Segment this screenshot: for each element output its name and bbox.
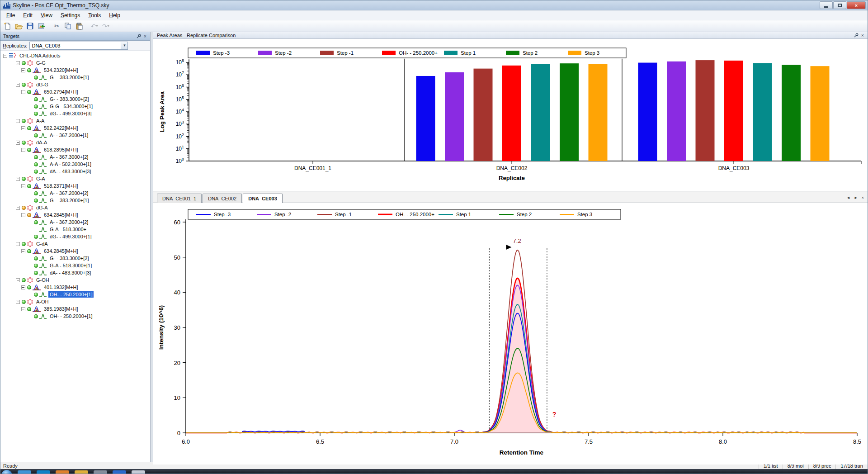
tree-node-transition[interactable]: dG- - 499.3000+[1] xyxy=(0,233,150,240)
tree-node-precursor[interactable]: 634.2845[M+H] xyxy=(0,247,150,255)
expander-icon[interactable] xyxy=(16,177,20,181)
expander-icon[interactable] xyxy=(21,249,25,253)
maximize-button[interactable] xyxy=(833,1,846,9)
tree-node-label[interactable]: G-dA xyxy=(35,241,49,247)
tree-node-label[interactable]: A- - 367.2000+[1] xyxy=(48,132,90,138)
tree-node-molecule[interactable]: dG-G xyxy=(0,81,150,88)
menu-item-help[interactable]: Help xyxy=(105,11,124,20)
tree-node-molecule[interactable]: dG-A xyxy=(0,204,150,211)
peak-areas-header[interactable]: Peak Areas - Replicate Comparison × xyxy=(153,32,868,39)
expander-icon[interactable] xyxy=(21,307,25,311)
menu-item-view[interactable]: View xyxy=(37,11,57,20)
tree-node-label[interactable]: G-A xyxy=(35,175,47,182)
tree-node-label[interactable]: 634.2845[M+H] xyxy=(42,212,80,218)
cut-button[interactable]: ✂ xyxy=(52,21,62,31)
tree-node-label[interactable]: A-A - 502.3000+[1] xyxy=(48,161,93,167)
tree-node-molecule[interactable]: G-G xyxy=(0,59,150,66)
tree-node-transition[interactable]: A- - 367.3000+[2] xyxy=(0,153,150,161)
tree-node-transition[interactable]: dG- - 499.3000+[3] xyxy=(0,110,150,117)
expander-icon[interactable] xyxy=(21,126,25,130)
tree-node-transition[interactable]: OH- - 250.2000+[1] xyxy=(0,313,150,320)
pin-icon[interactable] xyxy=(853,33,859,38)
undo-button[interactable]: ↶▼ xyxy=(90,21,100,31)
tree-node-transition[interactable]: dA- - 483.3000+[3] xyxy=(0,269,150,276)
tree-node-molecule[interactable]: A-OH xyxy=(0,298,150,305)
tree-node-molecule[interactable]: G-OH xyxy=(0,276,150,284)
open-file-button[interactable] xyxy=(14,21,24,31)
import-results-button[interactable] xyxy=(36,21,47,31)
chevron-down-icon[interactable]: ▼ xyxy=(121,42,127,49)
tree-node-label[interactable]: A- - 367.3000+[2] xyxy=(48,219,90,225)
tree-node-label[interactable]: G- - 383.3000+[2] xyxy=(48,96,90,102)
expander-icon[interactable] xyxy=(16,300,20,304)
tree-node-label[interactable]: G- - 383.2000+[1] xyxy=(48,197,90,204)
menu-item-edit[interactable]: Edit xyxy=(19,11,37,20)
close-button[interactable]: × xyxy=(847,1,866,9)
taskbar-app-icon[interactable] xyxy=(18,470,31,474)
expander-icon[interactable] xyxy=(16,141,20,145)
tab-scroll-left-icon[interactable]: ◄ xyxy=(844,195,852,200)
windows-taskbar[interactable] xyxy=(0,469,868,474)
tree-node-molecule[interactable]: G-dA xyxy=(0,240,150,247)
tree-node-document[interactable]: CHL-DNA Adducts xyxy=(0,52,150,59)
tree-node-label[interactable]: dA- - 483.3000+[3] xyxy=(48,270,92,276)
tree-node-label[interactable]: OH- - 250.2000+[1] xyxy=(48,313,94,319)
tree-node-label[interactable]: G-G xyxy=(35,60,47,66)
copy-button[interactable] xyxy=(63,21,73,31)
tree-node-precursor[interactable]: 518.2371[M+H] xyxy=(0,182,150,190)
tree-node-label[interactable]: 518.2371[M+H] xyxy=(42,183,80,189)
menu-item-settings[interactable]: Settings xyxy=(57,11,84,20)
tree-node-label[interactable]: dA- - 483.3000+[3] xyxy=(48,168,92,175)
expander-icon[interactable] xyxy=(21,213,25,217)
tree-node-transition[interactable]: A- - 367.3000+[2] xyxy=(0,218,150,226)
chromatogram-chart[interactable]: Step -3Step -2Step -1OH- - 250.2000+Step… xyxy=(153,203,868,465)
tree-node-transition[interactable]: OH- - 250.2000+[1] xyxy=(0,291,150,298)
tree-node-label[interactable]: CHL-DNA Adducts xyxy=(18,52,61,59)
tree-node-label[interactable]: dG-G xyxy=(35,81,50,88)
expander-icon[interactable] xyxy=(21,184,25,188)
tree-node-label[interactable]: OH- - 250.2000+[1] xyxy=(48,291,94,298)
expander-icon[interactable] xyxy=(16,61,20,65)
pin-icon[interactable] xyxy=(136,33,142,39)
expander-icon[interactable] xyxy=(21,90,25,94)
expander-icon[interactable] xyxy=(16,206,20,210)
expander-icon[interactable] xyxy=(16,119,20,123)
expander-icon[interactable] xyxy=(3,54,7,58)
taskbar-app-icon[interactable] xyxy=(113,470,126,474)
tree-node-transition[interactable]: G- - 383.2000+[1] xyxy=(0,197,150,204)
tab-dna_ce001_1[interactable]: DNA_CE001_1 xyxy=(157,194,202,203)
tab-dna_ce002[interactable]: DNA_CE002 xyxy=(203,194,242,203)
expander-icon[interactable] xyxy=(16,242,20,246)
tree-node-transition[interactable]: G- - 383.3000+[2] xyxy=(0,95,150,103)
tree-node-label[interactable]: G- - 383.3000+[2] xyxy=(48,255,90,261)
tree-node-label[interactable]: 650.2794[M+H] xyxy=(42,89,80,95)
tree-node-precursor[interactable]: 385.1983[M+H] xyxy=(0,305,150,313)
tree-node-molecule[interactable]: dA-A xyxy=(0,139,150,146)
tree-node-label[interactable]: dG- - 499.3000+[3] xyxy=(48,110,93,117)
tree-node-label[interactable]: 618.2895[M+H] xyxy=(42,147,80,153)
tree-node-label[interactable]: 502.2422[M+H] xyxy=(42,125,80,131)
paste-button[interactable] xyxy=(74,21,85,31)
save-button[interactable] xyxy=(25,21,35,31)
start-button[interactable] xyxy=(1,470,12,474)
tree-node-transition[interactable]: G- - 383.2000+[1] xyxy=(0,74,150,81)
tree-node-transition[interactable]: A- - 367.2000+[2] xyxy=(0,190,150,197)
title-bar[interactable]: Skyline - Pos CE Opt_Thermo_TSQ.sky × xyxy=(0,0,868,10)
expander-icon[interactable] xyxy=(16,278,20,282)
tree-node-label[interactable]: 534.2320[M+H] xyxy=(42,67,80,73)
tree-node-molecule[interactable]: G-A xyxy=(0,175,150,182)
menu-item-tools[interactable]: Tools xyxy=(84,11,105,20)
tree-node-transition[interactable]: dA- - 483.3000+[3] xyxy=(0,168,150,175)
replicates-dropdown[interactable]: DNA_CE003 ▼ xyxy=(29,42,128,50)
tree-node-transition[interactable]: G-A - 518.3000+[1] xyxy=(0,262,150,269)
tree-node-label[interactable]: G-OH xyxy=(35,277,51,283)
taskbar-app-icon[interactable] xyxy=(75,470,88,474)
tree-node-label[interactable]: G-A - 518.3000+ xyxy=(48,226,88,232)
taskbar-app-icon[interactable] xyxy=(37,470,50,474)
taskbar-app-icon[interactable] xyxy=(94,470,107,474)
tree-node-label[interactable]: 401.1932[M+H] xyxy=(42,284,80,290)
tree-node-precursor[interactable]: 634.2845[M+H] xyxy=(0,211,150,218)
close-panel-icon[interactable]: × xyxy=(859,33,866,38)
tree-node-label[interactable]: A- - 367.3000+[2] xyxy=(48,154,90,160)
tree-node-precursor[interactable]: 534.2320[M+H] xyxy=(0,66,150,74)
